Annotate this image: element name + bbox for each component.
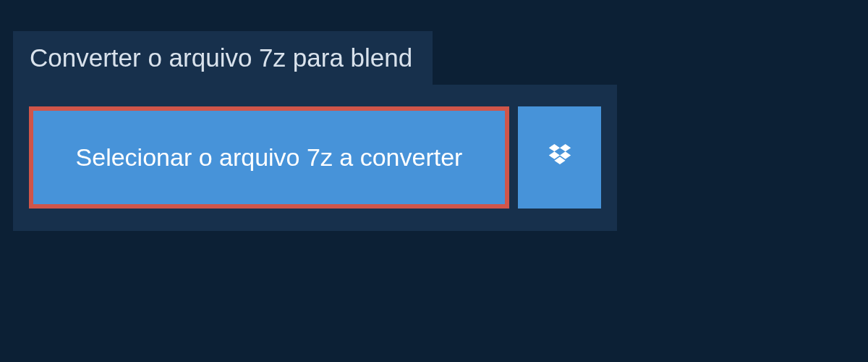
dropbox-icon (546, 143, 574, 173)
tab-converter-title[interactable]: Converter o arquivo 7z para blend (13, 31, 433, 85)
converter-panel: Selecionar o arquivo 7z a converter (13, 85, 617, 231)
select-file-label: Selecionar o arquivo 7z a converter (76, 143, 463, 172)
select-file-button[interactable]: Selecionar o arquivo 7z a converter (29, 106, 509, 209)
dropbox-button[interactable] (518, 106, 601, 209)
